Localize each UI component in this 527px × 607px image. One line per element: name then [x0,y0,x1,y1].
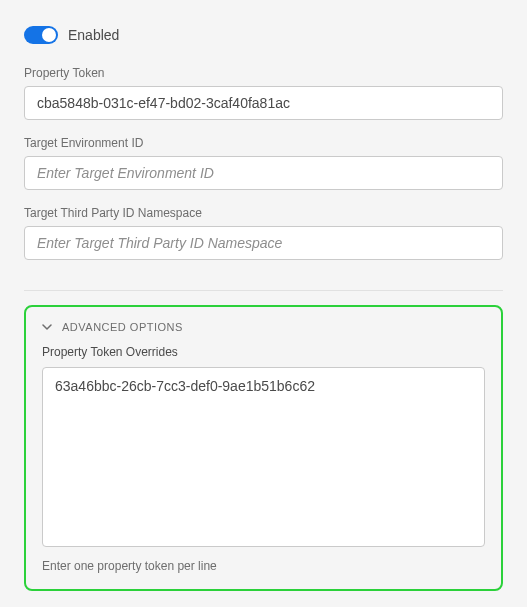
property-token-overrides-label: Property Token Overrides [42,345,485,359]
toggle-knob [42,28,56,42]
advanced-options-section: ADVANCED OPTIONS Property Token Override… [24,305,503,591]
target-third-party-id-namespace-input[interactable] [24,226,503,260]
property-token-overrides-textarea[interactable]: 63a46bbc-26cb-7cc3-def0-9ae1b51b6c62 [42,367,485,547]
target-third-party-id-namespace-field-group: Target Third Party ID Namespace [24,206,503,260]
enabled-toggle-row: Enabled [24,26,503,44]
property-token-label: Property Token [24,66,503,80]
enabled-toggle[interactable] [24,26,58,44]
target-third-party-id-namespace-label: Target Third Party ID Namespace [24,206,503,220]
property-token-overrides-help: Enter one property token per line [42,559,485,573]
property-token-input[interactable] [24,86,503,120]
advanced-options-header[interactable]: ADVANCED OPTIONS [42,321,485,333]
advanced-options-title: ADVANCED OPTIONS [62,321,183,333]
target-environment-id-input[interactable] [24,156,503,190]
property-token-field-group: Property Token [24,66,503,120]
target-environment-id-label: Target Environment ID [24,136,503,150]
enabled-toggle-label: Enabled [68,27,119,43]
chevron-down-icon [42,322,52,332]
target-environment-id-field-group: Target Environment ID [24,136,503,190]
section-separator [24,290,503,291]
